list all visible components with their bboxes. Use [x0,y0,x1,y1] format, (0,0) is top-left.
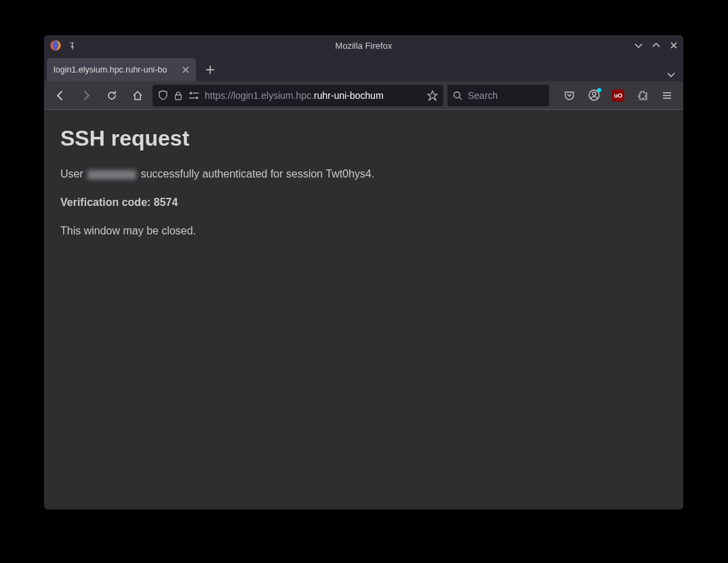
search-input[interactable] [468,90,544,101]
svg-point-4 [196,96,199,99]
tab-label: login1.elysium.hpc.ruhr-uni-bo [54,65,177,75]
hamburger-menu-icon[interactable] [656,85,678,106]
ublock-badge: uO [612,89,624,102]
url-prefix: https://login1.elysium.hpc. [205,90,314,101]
window-minimize-icon[interactable] [634,41,643,49]
bookmark-star-icon[interactable] [427,90,438,101]
home-button[interactable] [127,85,148,106]
tab-close-icon[interactable] [182,66,189,73]
navigation-toolbar: https://login1.elysium.hpc.ruhr-uni-boch… [44,81,683,110]
svg-point-9 [592,92,596,96]
page-content: SSH request User successfully authentica… [44,110,683,509]
reload-button[interactable] [101,85,123,106]
firefox-logo-icon [49,39,62,51]
svg-point-2 [190,91,193,94]
url-text: https://login1.elysium.hpc.ruhr-uni-boch… [205,90,422,101]
back-button[interactable] [49,85,71,106]
tab-bar: login1.elysium.hpc.ruhr-uni-bo [44,56,683,81]
extensions-icon[interactable] [632,85,653,106]
svg-point-6 [454,91,460,98]
search-bar[interactable] [447,85,549,106]
ublock-icon[interactable]: uO [607,85,629,106]
notification-dot-icon [597,88,601,92]
window-titlebar: Mozilla Firefox [44,35,683,56]
browser-window: Mozilla Firefox login1.elysium.hpc.ruhr-… [44,35,683,509]
page-heading: SSH request [60,126,667,151]
verification-code: Verification code: 8574 [60,194,667,211]
browser-tab[interactable]: login1.elysium.hpc.ruhr-uni-bo [47,58,196,81]
lock-icon[interactable] [174,91,183,100]
window-close-icon[interactable] [670,41,678,49]
window-title: Mozilla Firefox [336,41,392,51]
window-maximize-icon[interactable] [652,41,660,49]
svg-rect-1 [176,95,182,100]
close-notice: This window may be closed. [60,223,667,239]
auth-message: User successfully authenticated for sess… [60,166,667,182]
forward-button[interactable] [75,85,97,106]
url-domain: ruhr-uni-bochum [314,90,384,101]
svg-line-7 [460,97,462,100]
tabs-dropdown-icon[interactable] [667,70,675,81]
account-icon[interactable] [583,85,605,106]
permissions-icon[interactable] [188,91,199,100]
pocket-icon[interactable] [559,85,580,106]
redacted-username [87,170,136,180]
url-bar[interactable]: https://login1.elysium.hpc.ruhr-uni-boch… [153,85,443,106]
shield-icon[interactable] [158,90,168,100]
pin-icon[interactable] [67,41,75,49]
new-tab-button[interactable] [200,60,220,80]
search-icon [453,91,462,100]
